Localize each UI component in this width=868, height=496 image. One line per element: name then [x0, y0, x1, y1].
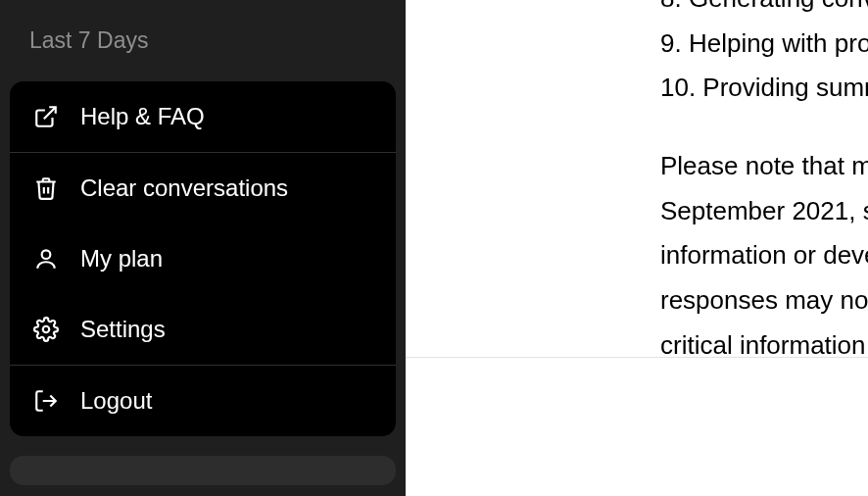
sidebar-item-my-plan[interactable]: My plan	[10, 223, 396, 294]
main-content: 8. Generating conve 9. Helping with prog…	[406, 0, 868, 496]
paragraph-line: Please note that my	[660, 148, 868, 185]
sidebar-menu: Help & FAQ Clear conversations My plan S…	[10, 81, 396, 436]
list-item-9: 9. Helping with prog	[660, 25, 868, 63]
paragraph-line: responses may not	[660, 282, 868, 320]
sidebar-bottom-card[interactable]	[10, 456, 396, 485]
sidebar-item-settings[interactable]: Settings	[10, 294, 396, 365]
trash-icon	[33, 175, 59, 201]
paragraph-line: September 2021, so	[660, 193, 868, 230]
sidebar: Last 7 Days Help & FAQ Clear conversatio…	[0, 0, 406, 496]
sidebar-item-label: Logout	[80, 387, 152, 415]
list-item-10: 10. Providing summ	[660, 70, 868, 107]
logout-icon	[33, 388, 59, 414]
external-link-icon	[33, 104, 59, 129]
divider	[406, 357, 868, 358]
sidebar-item-label: Help & FAQ	[80, 103, 205, 130]
list-item-8: 8. Generating conve	[660, 0, 868, 18]
sidebar-item-clear-conversations[interactable]: Clear conversations	[10, 153, 396, 223]
svg-point-2	[43, 326, 50, 333]
sidebar-item-label: Settings	[80, 316, 166, 343]
svg-line-0	[44, 107, 56, 119]
paragraph-line: critical information	[660, 327, 868, 365]
sidebar-item-label: My plan	[80, 245, 163, 273]
sidebar-item-logout[interactable]: Logout	[10, 366, 396, 436]
sidebar-section-header: Last 7 Days	[10, 10, 396, 81]
sidebar-item-help-faq[interactable]: Help & FAQ	[10, 81, 396, 152]
gear-icon	[33, 317, 59, 342]
assistant-message: 8. Generating conve 9. Helping with prog…	[406, 0, 868, 372]
sidebar-item-label: Clear conversations	[80, 174, 288, 202]
user-icon	[33, 246, 59, 272]
svg-point-1	[42, 250, 51, 259]
paragraph-line: information or deve	[660, 237, 868, 274]
